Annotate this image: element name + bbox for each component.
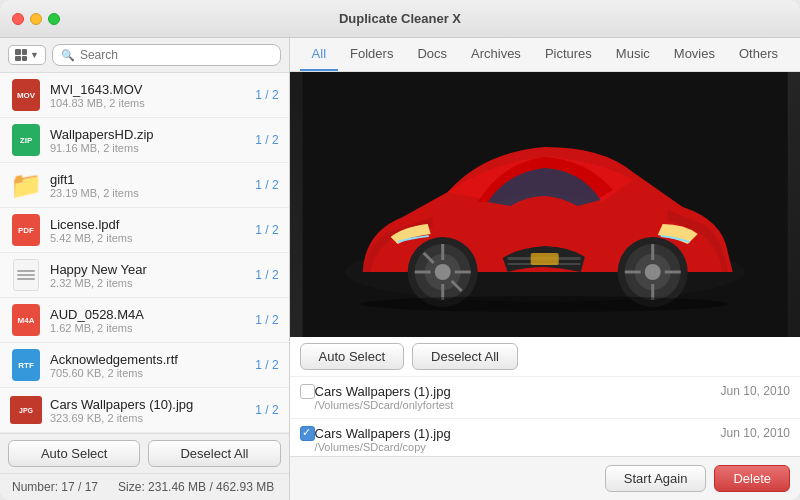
dup-date: Jun 10, 2010 [721,384,790,398]
tab-movies[interactable]: Movies [662,38,727,71]
dup-checkbox[interactable] [300,426,315,441]
file-meta: 2.32 MB, 2 items [50,277,249,289]
traffic-lights [12,13,60,25]
duplicate-list: Cars Wallpapers (1).jpg /Volumes/SDcard/… [290,377,800,456]
right-panel: All Folders Docs Archives Pictures Music… [290,38,800,500]
left-footer: Auto Select Deselect All [0,433,289,473]
file-meta: 23.19 MB, 2 items [50,187,249,199]
file-info: Cars Wallpapers (10).jpg 323.69 KB, 2 it… [50,397,249,424]
list-item[interactable]: PDF License.lpdf 5.42 MB, 2 items 1 / 2 [0,208,289,253]
dup-info: Cars Wallpapers (1).jpg /Volumes/SDcard/… [315,384,721,411]
duplicate-item[interactable]: Cars Wallpapers (1).jpg /Volumes/SDcard/… [290,377,800,419]
minimize-button[interactable] [30,13,42,25]
file-meta: 705.60 KB, 2 items [50,367,249,379]
chevron-down-icon: ▼ [30,50,39,60]
file-meta: 323.69 KB, 2 items [50,412,249,424]
dup-name: Cars Wallpapers (1).jpg [315,384,721,399]
dup-path: /Volumes/SDcard/onlyfortest [315,399,721,411]
list-item[interactable]: M4A AUD_0528.M4A 1.62 MB, 2 items 1 / 2 [0,298,289,343]
close-button[interactable] [12,13,24,25]
file-name: AUD_0528.M4A [50,307,249,322]
duplicate-item[interactable]: Cars Wallpapers (1).jpg /Volumes/SDcard/… [290,419,800,456]
file-name: WallpapersHD.zip [50,127,249,142]
file-info: gift1 23.19 MB, 2 items [50,172,249,199]
dup-toolbar: Auto Select Deselect All [290,337,800,377]
mov-icon: MOV [10,79,42,111]
file-badge: 1 / 2 [255,133,278,147]
tab-folders[interactable]: Folders [338,38,405,71]
tab-pictures[interactable]: Pictures [533,38,604,71]
tab-music[interactable]: Music [604,38,662,71]
dup-info: Cars Wallpapers (1).jpg /Volumes/SDcard/… [315,426,721,453]
list-item[interactable]: MOV MVI_1643.MOV 104.83 MB, 2 items 1 / … [0,73,289,118]
m4a-icon: M4A [10,304,42,336]
file-name: MVI_1643.MOV [50,82,249,97]
left-toolbar: ▼ 🔍 [0,38,289,73]
tab-docs[interactable]: Docs [405,38,459,71]
file-info: AUD_0528.M4A 1.62 MB, 2 items [50,307,249,334]
file-name: Happy New Year [50,262,249,277]
svg-point-23 [359,296,729,312]
delete-button[interactable]: Delete [714,465,790,492]
list-item[interactable]: ZIP WallpapersHD.zip 91.16 MB, 2 items 1… [0,118,289,163]
tab-archives[interactable]: Archives [459,38,533,71]
list-item[interactable]: Happy New Year 2.32 MB, 2 items 1 / 2 [0,253,289,298]
preview-area [290,72,800,337]
grid-icon [15,49,27,61]
list-item[interactable]: 📁 gift1 23.19 MB, 2 items 1 / 2 [0,163,289,208]
list-item[interactable]: JPG Cars Wallpapers (10).jpg 323.69 KB, … [0,388,289,433]
search-icon: 🔍 [61,49,75,62]
list-item[interactable]: RTF Acknowledgements.rtf 705.60 KB, 2 it… [0,343,289,388]
dup-auto-select-button[interactable]: Auto Select [300,343,405,370]
right-footer: Start Again Delete [290,456,800,500]
file-meta: 91.16 MB, 2 items [50,142,249,154]
file-name: Acknowledgements.rtf [50,352,249,367]
rtf-icon: RTF [10,349,42,381]
file-info: MVI_1643.MOV 104.83 MB, 2 items [50,82,249,109]
window-title: Duplicate Cleaner X [339,11,461,26]
file-meta: 1.62 MB, 2 items [50,322,249,334]
svg-point-8 [434,264,450,280]
view-mode-button[interactable]: ▼ [8,45,46,65]
dup-name: Cars Wallpapers (1).jpg [315,426,721,441]
dup-date: Jun 10, 2010 [721,426,790,440]
svg-rect-4 [530,253,558,265]
txt-icon [10,259,42,291]
file-meta: 104.83 MB, 2 items [50,97,249,109]
file-name: License.lpdf [50,217,249,232]
file-badge: 1 / 2 [255,88,278,102]
deselect-all-button[interactable]: Deselect All [148,440,280,467]
tab-all[interactable]: All [300,38,338,71]
auto-select-button[interactable]: Auto Select [8,440,140,467]
file-name: gift1 [50,172,249,187]
file-info: License.lpdf 5.42 MB, 2 items [50,217,249,244]
left-panel: ▼ 🔍 MOV MVI_1643.MOV 104.83 MB, 2 items … [0,38,290,500]
pdf-icon: PDF [10,214,42,246]
main-window: Duplicate Cleaner X ▼ 🔍 [0,0,800,500]
tab-others[interactable]: Others [727,38,790,71]
maximize-button[interactable] [48,13,60,25]
file-badge: 1 / 2 [255,358,278,372]
car-image [290,72,800,337]
dup-deselect-all-button[interactable]: Deselect All [412,343,518,370]
search-box: 🔍 [52,44,281,66]
file-info: WallpapersHD.zip 91.16 MB, 2 items [50,127,249,154]
file-badge: 1 / 2 [255,403,278,417]
file-info: Happy New Year 2.32 MB, 2 items [50,262,249,289]
file-name: Cars Wallpapers (10).jpg [50,397,249,412]
number-info: Number: 17 / 17 [12,480,98,494]
file-badge: 1 / 2 [255,223,278,237]
bottom-info: Number: 17 / 17 Size: 231.46 MB / 462.93… [0,473,289,500]
file-badge: 1 / 2 [255,268,278,282]
titlebar: Duplicate Cleaner X [0,0,800,38]
svg-point-12 [644,264,660,280]
file-list: MOV MVI_1643.MOV 104.83 MB, 2 items 1 / … [0,73,289,433]
file-badge: 1 / 2 [255,313,278,327]
dup-checkbox[interactable] [300,384,315,399]
jpg-icon: JPG [10,394,42,426]
size-info: Size: 231.46 MB / 462.93 MB [118,480,274,494]
folder-icon: 📁 [10,169,42,201]
search-input[interactable] [80,48,272,62]
start-again-button[interactable]: Start Again [605,465,707,492]
dup-path: /Volumes/SDcard/copy [315,441,721,453]
